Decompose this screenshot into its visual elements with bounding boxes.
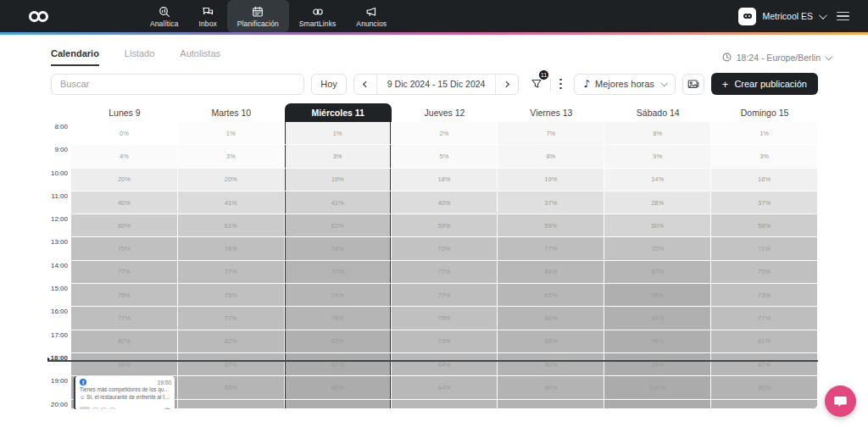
nav-item-smartlinks[interactable]: SmartLinks xyxy=(289,0,347,32)
timezone-selector[interactable]: 18:24 - Europe/Berlin xyxy=(722,53,831,63)
heat-cell[interactable]: 84% xyxy=(392,353,498,376)
nav-item-analitica[interactable]: Analítica xyxy=(140,0,189,32)
heat-cell[interactable]: 75% xyxy=(71,284,178,307)
heat-cell[interactable]: 37% xyxy=(498,191,604,214)
best-times-dropdown[interactable]: ♪ Mejores horas xyxy=(574,74,675,95)
heat-cell[interactable]: 74% xyxy=(285,237,392,260)
heat-cell[interactable]: 82% xyxy=(71,330,178,353)
heat-cell[interactable]: 88% xyxy=(71,353,178,376)
heat-cell[interactable]: 62% xyxy=(285,214,392,237)
heat-cell[interactable]: 40% xyxy=(392,191,498,214)
heat-cell[interactable]: 100% xyxy=(604,376,711,399)
heat-cell[interactable]: 58% xyxy=(711,214,818,237)
media-library-button[interactable] xyxy=(682,74,704,95)
heat-cell[interactable]: 84% xyxy=(392,376,498,399)
heat-cell[interactable]: 60% xyxy=(71,214,178,237)
heat-cell[interactable]: 87% xyxy=(178,353,285,376)
heat-cell[interactable]: 72% xyxy=(392,237,498,260)
heat-cell[interactable]: 94% xyxy=(604,307,711,330)
heat-cell[interactable]: 4% xyxy=(71,145,178,168)
heat-cell[interactable]: 28% xyxy=(604,191,711,214)
heat-cell[interactable]: 0% xyxy=(71,122,178,145)
heat-cell[interactable]: 5% xyxy=(392,145,498,168)
heat-cell[interactable]: 1% xyxy=(285,122,392,145)
next-week-button[interactable] xyxy=(496,75,518,94)
day-header-7[interactable]: Domingo 15 xyxy=(711,103,818,122)
heat-cell[interactable]: 77% xyxy=(71,307,178,330)
heat-cell[interactable]: 1% xyxy=(178,122,285,145)
heat-cell[interactable]: 20% xyxy=(71,169,178,191)
heat-cell[interactable]: 77% xyxy=(285,261,392,284)
heat-cell[interactable]: 73% xyxy=(711,284,818,307)
heat-cell[interactable]: 3% xyxy=(285,145,392,168)
heat-cell[interactable]: 75% xyxy=(711,261,818,284)
heat-cell[interactable]: 77% xyxy=(392,261,498,284)
heat-cell[interactable]: 74% xyxy=(285,284,392,307)
heat-cell[interactable]: 9% xyxy=(604,145,711,168)
filter-button[interactable]: 11 xyxy=(526,74,548,95)
day-header-4[interactable]: Jueves 12 xyxy=(392,103,498,122)
nav-item-inbox[interactable]: Inbox xyxy=(189,0,227,32)
heat-cell[interactable]: 76% xyxy=(178,237,285,260)
heat-cell[interactable]: 75% xyxy=(392,307,498,330)
tab-listado[interactable]: Listado xyxy=(125,48,154,66)
scheduled-post-card[interactable]: f 19:00 Tienes más competidores de los q… xyxy=(74,376,175,408)
day-header-5[interactable]: Viernes 13 xyxy=(498,103,604,122)
heat-cell[interactable] xyxy=(178,400,285,409)
chat-widget-button[interactable] xyxy=(825,385,856,417)
heat-cell[interactable] xyxy=(498,400,604,409)
heat-cell[interactable]: 77% xyxy=(178,261,285,284)
heat-cell[interactable]: 77% xyxy=(711,307,818,330)
heat-cell[interactable] xyxy=(392,400,498,409)
tab-calendario[interactable]: Calendario xyxy=(51,48,99,66)
nav-item-anuncios[interactable]: Anuncios xyxy=(346,0,397,32)
heat-cell[interactable]: 18% xyxy=(392,169,498,191)
heat-cell[interactable]: 41% xyxy=(178,191,285,214)
heat-cell[interactable]: 79% xyxy=(392,330,498,353)
heat-cell[interactable]: 82% xyxy=(285,330,392,353)
heat-cell[interactable]: 3% xyxy=(711,145,818,168)
heat-cell[interactable]: 75% xyxy=(71,237,178,260)
heat-cell[interactable]: 90% xyxy=(711,376,818,399)
heat-cell[interactable] xyxy=(604,400,711,409)
heat-cell[interactable]: 90% xyxy=(498,353,604,376)
more-options-button[interactable] xyxy=(554,74,567,95)
heat-cell[interactable]: 87% xyxy=(711,353,818,376)
heat-cell[interactable]: 77% xyxy=(392,284,498,307)
heat-cell[interactable]: 88% xyxy=(498,330,604,353)
heat-cell[interactable]: 81% xyxy=(711,330,818,353)
heat-cell[interactable]: 99% xyxy=(604,353,711,376)
heat-cell[interactable]: 75% xyxy=(178,284,285,307)
today-button[interactable]: Hoy xyxy=(311,74,347,95)
heat-cell[interactable]: 59% xyxy=(498,214,604,237)
heat-cell[interactable]: 50% xyxy=(604,214,711,237)
heat-cell[interactable]: 2% xyxy=(392,122,498,145)
heat-cell[interactable] xyxy=(711,400,818,409)
heat-cell[interactable]: 85% xyxy=(498,284,604,307)
heat-cell[interactable]: 8% xyxy=(604,122,711,145)
heat-cell[interactable]: 88% xyxy=(178,376,285,399)
day-header-6[interactable]: Sábado 14 xyxy=(604,103,711,122)
heat-cell[interactable]: 71% xyxy=(711,237,818,260)
heat-cell[interactable]: 3% xyxy=(178,145,285,168)
heat-cell[interactable]: 77% xyxy=(178,307,285,330)
heat-cell[interactable]: 87% xyxy=(285,353,392,376)
heat-cell[interactable]: 1% xyxy=(711,122,818,145)
nav-item-planificacion[interactable]: Planificación xyxy=(227,0,289,32)
heat-cell[interactable]: 87% xyxy=(604,261,711,284)
heat-cell[interactable]: 95% xyxy=(604,284,711,307)
brand-switcher[interactable]: Metricool ES xyxy=(738,8,825,25)
day-header-2[interactable]: Martes 10 xyxy=(178,103,285,122)
heat-cell[interactable]: 14% xyxy=(604,169,711,191)
heat-cell[interactable]: 37% xyxy=(711,191,818,214)
heat-cell[interactable]: 82% xyxy=(178,330,285,353)
heat-cell[interactable]: 40% xyxy=(71,191,178,214)
tab-autolistas[interactable]: Autolistas xyxy=(180,48,220,66)
day-header-3[interactable]: Miércoles 11 xyxy=(285,103,392,122)
heat-cell[interactable]: 19% xyxy=(498,169,604,191)
heat-cell[interactable] xyxy=(285,400,392,409)
heat-cell[interactable]: 8% xyxy=(498,145,604,168)
heat-cell[interactable]: 61% xyxy=(178,214,285,237)
heat-cell[interactable]: 96% xyxy=(604,330,711,353)
heat-cell[interactable]: 76% xyxy=(285,307,392,330)
